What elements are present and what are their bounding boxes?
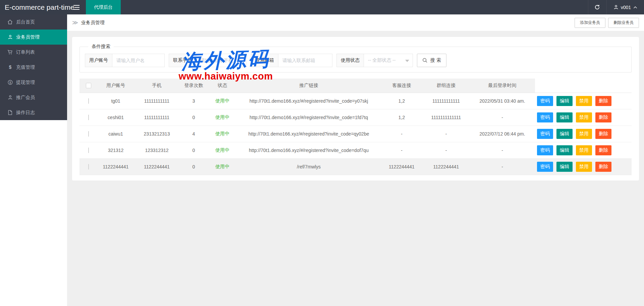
- svg-text:$: $: [9, 81, 11, 84]
- user-menu[interactable]: v001: [607, 0, 644, 14]
- disable-button[interactable]: 禁用: [576, 112, 592, 122]
- disable-button[interactable]: 禁用: [576, 145, 592, 155]
- delete-button[interactable]: 删除: [595, 112, 611, 122]
- last-login-cell: 2022/05/31 03:40 am.: [470, 98, 535, 104]
- password-button[interactable]: 密码: [537, 96, 553, 106]
- edit-button[interactable]: 编辑: [556, 162, 573, 172]
- phone-cell: 11111111111: [134, 98, 179, 104]
- tab-agent-admin[interactable]: 代理后台: [86, 0, 121, 14]
- column-header: 最后登录时间: [470, 79, 535, 93]
- phone-cell: 123312312: [134, 148, 179, 153]
- menu-toggle-button[interactable]: [67, 0, 86, 14]
- content-card: 条件搜索 用户账号 联系手机 联系邮箱 使用状态: [72, 37, 639, 181]
- email-field-group: 联系邮箱: [251, 54, 332, 67]
- edit-button[interactable]: 编辑: [556, 129, 573, 139]
- column-header: 状态: [208, 79, 237, 93]
- row-checkbox[interactable]: [88, 98, 89, 104]
- row-checkbox[interactable]: [88, 131, 89, 137]
- sidebar-item-label: 操作日志: [16, 110, 35, 116]
- app-title: E-commerce part-time: [0, 3, 67, 11]
- search-legend: 条件搜索: [88, 44, 114, 50]
- service-link-cell: 1,2: [381, 98, 423, 104]
- delete-button[interactable]: 删除: [595, 129, 611, 139]
- sidebar-item-withdraw[interactable]: $提现管理: [0, 75, 67, 90]
- service-link-cell: -: [381, 148, 423, 153]
- promo-link-cell: http://70t1.demo166.xyz/#/registered?inv…: [237, 148, 381, 153]
- username: v001: [621, 5, 631, 10]
- actions-cell: 密码编辑禁用删除: [535, 162, 632, 172]
- group-link-cell: -: [423, 131, 470, 137]
- sidebar-item-logs[interactable]: 操作日志: [0, 105, 67, 120]
- select-all-checkbox[interactable]: [86, 83, 91, 88]
- disable-button[interactable]: 禁用: [576, 96, 592, 106]
- breadcrumb-icon: ≫: [72, 19, 78, 26]
- last-login-cell: -: [470, 148, 535, 153]
- promo-link-cell: http://70t1.demo166.xyz/#/registered?inv…: [237, 131, 381, 137]
- status-cell: 使用中: [208, 114, 237, 120]
- column-header: 手机: [134, 79, 179, 93]
- doc-icon: [7, 110, 13, 115]
- table-row: caiwu123132123134使用中http://70t1.demo166.…: [79, 126, 632, 142]
- delete-button[interactable]: 删除: [595, 162, 611, 172]
- service-link-cell: -: [381, 131, 423, 137]
- sidebar-item-salesman[interactable]: 业务员管理: [0, 30, 67, 45]
- account-field-label: 用户账号: [85, 54, 112, 67]
- column-header: [535, 79, 632, 93]
- sidebar-item-orders[interactable]: 订单列表: [0, 45, 67, 60]
- edit-button[interactable]: 编辑: [556, 96, 573, 106]
- password-button[interactable]: 密码: [537, 162, 553, 172]
- refresh-icon: [594, 4, 600, 10]
- phone-cell: 1122244441: [134, 164, 179, 169]
- table-header-row: 用户账号手机登录次数状态推广链接客服连接群组连接最后登录时间: [79, 79, 632, 93]
- last-login-cell: -: [470, 115, 535, 120]
- account-field-group: 用户账号: [85, 54, 165, 67]
- delete-salesman-button[interactable]: 删除业务员: [608, 18, 639, 28]
- row-checkbox[interactable]: [88, 115, 89, 120]
- row-checkbox[interactable]: [88, 164, 89, 169]
- sidebar-item-promotion[interactable]: 推广会员: [0, 90, 67, 105]
- search-button-label: 搜 索: [430, 57, 441, 63]
- table-row: 3213121233123120使用中http://70t1.demo166.x…: [79, 142, 632, 159]
- row-checkbox[interactable]: [88, 148, 89, 153]
- password-button[interactable]: 密码: [537, 145, 553, 155]
- user-icon: [7, 95, 13, 100]
- edit-button[interactable]: 编辑: [556, 112, 573, 122]
- logins-cell: 0: [179, 148, 208, 153]
- sidebar-item-label: 业务员管理: [16, 34, 40, 40]
- email-input[interactable]: [278, 54, 332, 67]
- add-salesman-button[interactable]: 添加业务员: [575, 18, 605, 28]
- sidebar-item-label: 后台首页: [16, 19, 35, 25]
- disable-button[interactable]: 禁用: [576, 162, 592, 172]
- delete-button[interactable]: 删除: [595, 96, 611, 106]
- phone-field-label: 联系手机: [169, 54, 196, 67]
- search-button[interactable]: 搜 索: [417, 54, 446, 67]
- checkbox-cell: [79, 98, 97, 104]
- refresh-button[interactable]: [588, 0, 607, 14]
- logins-cell: 3: [179, 98, 208, 104]
- user-icon: [7, 35, 13, 40]
- logins-cell: 0: [179, 115, 208, 120]
- delete-button[interactable]: 删除: [595, 145, 611, 155]
- promo-link-cell: /ref/7mwlys: [237, 164, 381, 169]
- actions-cell: 密码编辑禁用删除: [535, 96, 632, 106]
- checkbox-cell: [79, 131, 97, 137]
- status-cell: 使用中: [208, 131, 237, 137]
- password-button[interactable]: 密码: [537, 129, 553, 139]
- edit-button[interactable]: 编辑: [556, 145, 573, 155]
- phone-input[interactable]: [196, 54, 247, 67]
- checkbox-cell: [79, 164, 97, 169]
- actions-cell: 密码编辑禁用删除: [535, 129, 632, 139]
- sidebar-item-recharge[interactable]: $充值管理: [0, 60, 67, 75]
- status-select[interactable]: -- 全部状态 --: [364, 54, 413, 67]
- group-link-cell: 111111111111: [423, 98, 470, 104]
- account-input[interactable]: [112, 54, 164, 67]
- sidebar-item-home[interactable]: 后台首页: [0, 14, 67, 30]
- email-field-label: 联系邮箱: [251, 54, 278, 67]
- status-field-group: 使用状态 -- 全部状态 --: [336, 54, 413, 67]
- checkbox-cell: [79, 148, 97, 153]
- disable-button[interactable]: 禁用: [576, 129, 592, 139]
- actions-cell: 密码编辑禁用删除: [535, 145, 632, 155]
- password-button[interactable]: 密码: [537, 112, 553, 122]
- svg-text:$: $: [9, 65, 11, 70]
- chevron-up-icon: [633, 6, 637, 9]
